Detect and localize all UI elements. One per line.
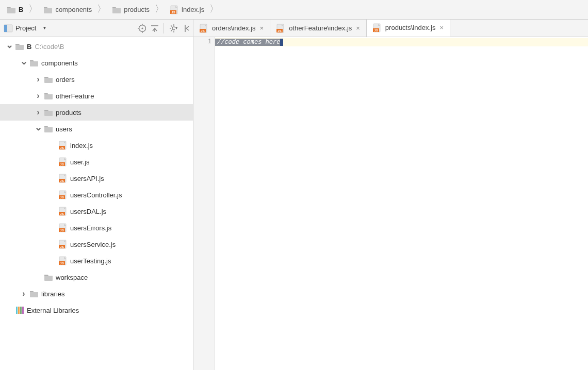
tree-row[interactable]: External Libraries <box>0 302 193 318</box>
folder-icon <box>43 272 54 282</box>
tree-row[interactable]: user.js <box>0 154 193 170</box>
code-area[interactable]: //code comes here <box>215 37 588 370</box>
tree-row[interactable]: usersDAL.js <box>0 203 193 220</box>
crumb-file[interactable]: index.js <box>166 3 207 17</box>
text-caret <box>280 39 283 46</box>
tab-label: products\index.js <box>385 24 436 31</box>
crumb-products[interactable]: products <box>108 3 153 17</box>
tree-row[interactable]: ⌄users <box>0 121 193 137</box>
scroll-from-source-button[interactable] <box>138 24 146 32</box>
folder-icon <box>29 58 39 68</box>
collapse-all-button[interactable] <box>150 24 158 32</box>
breadcrumb: B 〉 components 〉 products 〉 index.js 〉 <box>0 0 588 20</box>
tree-row[interactable]: usersErrors.js <box>0 220 193 236</box>
tree-row[interactable]: ›products <box>0 104 193 121</box>
tree-item-label: usersController.js <box>70 191 122 199</box>
chevron-right-icon: 〉 <box>154 3 165 15</box>
tree-item-label: usersDAL.js <box>70 208 106 215</box>
tree-item-label: usersService.js <box>70 241 116 248</box>
js-file-icon <box>58 239 68 249</box>
editor-tab[interactable]: orders\index.js× <box>193 20 270 37</box>
line-number: 1 <box>193 38 211 45</box>
js-file-icon <box>58 173 68 183</box>
tree-item-label: orders <box>56 76 75 83</box>
close-icon[interactable]: × <box>438 23 445 32</box>
tree-item-label: usersErrors.js <box>70 224 111 232</box>
tree-item-label: External Libraries <box>27 307 79 314</box>
folder-icon <box>43 124 54 134</box>
crumb-components[interactable]: components <box>40 3 95 17</box>
editor-tab[interactable]: products\index.js× <box>367 20 450 37</box>
tab-label: otherFeature\index.js <box>289 24 352 32</box>
crumb-label: components <box>55 6 92 13</box>
tree-row[interactable]: workspace <box>0 269 193 285</box>
tree-row[interactable]: usersAPI.js <box>0 170 193 187</box>
chevron-right-icon[interactable]: › <box>33 75 43 84</box>
project-toolbar: ▾ <box>138 23 190 33</box>
tree-item-label: index.js <box>70 142 93 149</box>
code-line: //code comes here <box>215 38 588 46</box>
close-icon[interactable]: × <box>259 23 265 33</box>
chevron-right-icon[interactable]: › <box>33 108 43 117</box>
tree-row[interactable]: usersService.js <box>0 236 193 253</box>
crumb-label: index.js <box>182 6 204 13</box>
folder-icon <box>43 91 54 101</box>
tree-item-label: products <box>56 109 81 116</box>
chevron-right-icon: 〉 <box>27 3 39 15</box>
tree-row[interactable]: ⌄BC:\code\B <box>0 38 193 55</box>
folder-icon <box>29 289 39 299</box>
tree-item-label: userTesting.js <box>70 257 111 265</box>
folder-icon <box>43 74 54 85</box>
tree-row[interactable]: ⌄components <box>0 55 193 71</box>
chevron-right-icon[interactable]: › <box>33 91 43 100</box>
js-file-icon <box>169 5 179 15</box>
toolbar-separator <box>164 23 164 33</box>
js-file-icon <box>58 256 68 266</box>
crumb-root[interactable]: B <box>3 3 26 17</box>
chevron-down-icon[interactable]: ⌄ <box>4 39 14 51</box>
tree-row[interactable]: ›orders <box>0 71 193 88</box>
project-pane-icon <box>3 23 13 33</box>
tree-row[interactable]: ›otherFeature <box>0 88 193 104</box>
tree-item-path: C:\code\B <box>35 43 64 51</box>
crumb-label: products <box>124 6 150 13</box>
project-title: Project <box>15 24 36 32</box>
tree-row[interactable]: userTesting.js <box>0 253 193 269</box>
project-tool-window: Project ▼ ▾ ⌄BC:\code\B⌄components›order… <box>0 20 193 370</box>
chevron-down-icon[interactable]: ⌄ <box>19 56 29 67</box>
chevron-right-icon[interactable]: › <box>19 289 29 298</box>
chevron-right-icon: 〉 <box>208 3 220 15</box>
editor: orders\index.js×otherFeature\index.js×pr… <box>193 20 588 370</box>
folder-icon <box>111 5 122 15</box>
tree-row[interactable]: ›libraries <box>0 285 193 302</box>
tree-item-label: users <box>56 125 72 133</box>
js-file-icon <box>58 223 68 233</box>
tree-item-label: components <box>41 59 78 67</box>
tree-item-label: libraries <box>41 290 65 298</box>
folder-icon <box>43 107 54 117</box>
tree-item-label: usersAPI.js <box>70 175 104 182</box>
tree-row[interactable]: usersController.js <box>0 187 193 203</box>
chevron-right-icon: 〉 <box>96 3 107 15</box>
tree-item-label: user.js <box>70 158 90 166</box>
js-file-icon <box>58 190 68 200</box>
editor-tab-bar: orders\index.js×otherFeature\index.js×pr… <box>193 20 588 37</box>
external-libraries-icon <box>14 305 25 315</box>
project-tree[interactable]: ⌄BC:\code\B⌄components›orders›otherFeatu… <box>0 37 193 370</box>
hide-button[interactable] <box>182 24 190 32</box>
js-file-icon <box>58 157 68 167</box>
tree-item-label: workspace <box>56 274 88 281</box>
settings-button[interactable]: ▾ <box>169 24 177 32</box>
crumb-label: B <box>19 6 23 13</box>
tree-item-label: B <box>27 43 31 51</box>
close-icon[interactable]: × <box>355 23 361 33</box>
folder-icon <box>43 5 53 15</box>
project-view-selector[interactable]: Project ▼ <box>3 23 46 33</box>
js-file-icon <box>275 23 286 33</box>
editor-tab[interactable]: otherFeature\index.js× <box>270 20 367 37</box>
tab-label: orders\index.js <box>212 24 256 32</box>
js-file-icon <box>199 23 209 33</box>
chevron-down-icon[interactable]: ⌄ <box>33 122 43 133</box>
tree-row[interactable]: index.js <box>0 137 193 154</box>
project-header: Project ▼ ▾ <box>0 20 193 37</box>
